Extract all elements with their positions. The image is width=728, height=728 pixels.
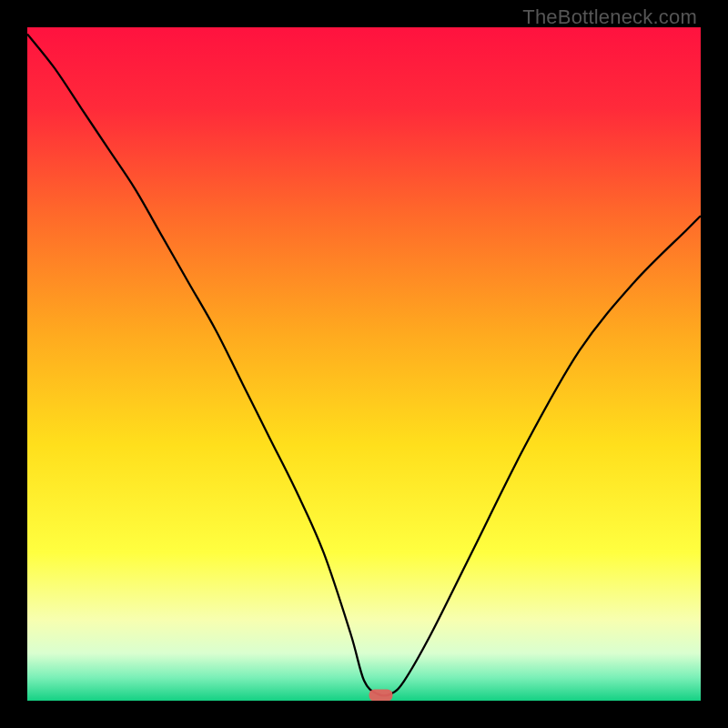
- plot-area: [27, 27, 701, 701]
- bottleneck-curve: [27, 34, 701, 695]
- chart-frame: TheBottleneck.com: [0, 0, 728, 728]
- curve-layer: [27, 27, 701, 701]
- optimum-marker: [369, 690, 393, 701]
- watermark-text: TheBottleneck.com: [522, 5, 697, 29]
